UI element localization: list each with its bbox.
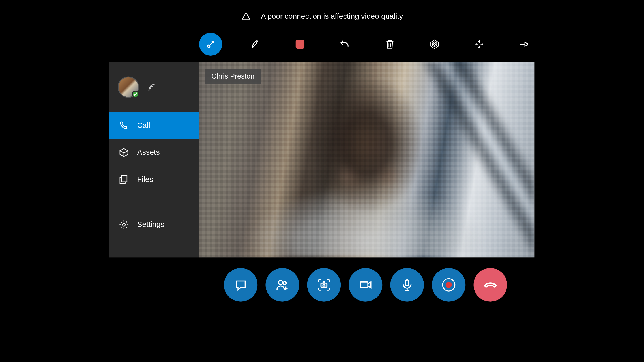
expand-button[interactable] (468, 33, 491, 56)
sidebar-item-call[interactable]: Call (109, 112, 199, 139)
sidebar-item-label: Settings (137, 220, 164, 229)
svg-marker-6 (432, 42, 437, 47)
wifi-icon (147, 82, 156, 92)
capture-button[interactable] (307, 268, 341, 302)
delete-button[interactable] (378, 33, 401, 56)
svg-rect-17 (360, 282, 368, 288)
svg-point-12 (283, 282, 286, 285)
svg-point-16 (323, 284, 325, 286)
sidebar-header (109, 62, 199, 112)
connection-warning-banner: A poor connection is affecting video qua… (0, 12, 644, 21)
sidebar-item-label: Files (137, 175, 153, 184)
svg-rect-9 (122, 175, 127, 182)
hang-up-button[interactable] (473, 268, 507, 302)
phone-icon (119, 120, 129, 131)
svg-marker-5 (431, 40, 438, 48)
add-participant-button[interactable] (265, 268, 299, 302)
remote-video-feed: Chris Preston (199, 62, 535, 257)
toggle-mic-button[interactable] (390, 268, 424, 302)
gear-icon (119, 219, 129, 230)
svg-point-11 (278, 281, 283, 285)
warning-icon (241, 12, 251, 21)
toggle-camera-button[interactable] (349, 268, 382, 302)
sidebar: Call Assets (109, 62, 199, 257)
svg-point-8 (148, 89, 149, 90)
presence-available-icon (132, 90, 139, 98)
undo-button[interactable] (333, 33, 356, 56)
user-avatar[interactable] (118, 76, 139, 98)
files-icon (119, 174, 129, 185)
connection-warning-text: A poor connection is affecting video qua… (261, 12, 403, 21)
record-icon (442, 278, 455, 292)
call-window: Call Assets (109, 62, 535, 257)
svg-point-2 (207, 45, 210, 47)
svg-rect-18 (405, 280, 409, 286)
pin-button[interactable] (512, 33, 535, 56)
pointer-tool-button[interactable] (199, 33, 222, 56)
sidebar-item-assets[interactable]: Assets (109, 139, 199, 166)
chat-button[interactable] (224, 268, 257, 302)
svg-point-10 (123, 223, 125, 226)
sidebar-item-files[interactable]: Files (109, 166, 199, 193)
stop-square-icon (296, 40, 304, 49)
svg-point-7 (433, 43, 435, 45)
ink-tool-button[interactable] (244, 33, 267, 56)
sidebar-item-label: Call (137, 121, 150, 130)
box-icon (119, 147, 129, 158)
record-button[interactable] (432, 268, 465, 302)
participant-name-tag: Chris Preston (205, 69, 261, 84)
sidebar-item-settings[interactable]: Settings (109, 211, 199, 238)
stop-shape-button[interactable] (289, 33, 312, 56)
call-control-bar (224, 268, 507, 302)
annotation-toolbar (199, 33, 536, 56)
aperture-button[interactable] (423, 33, 446, 56)
svg-point-1 (246, 18, 246, 19)
sidebar-item-label: Assets (137, 148, 160, 157)
